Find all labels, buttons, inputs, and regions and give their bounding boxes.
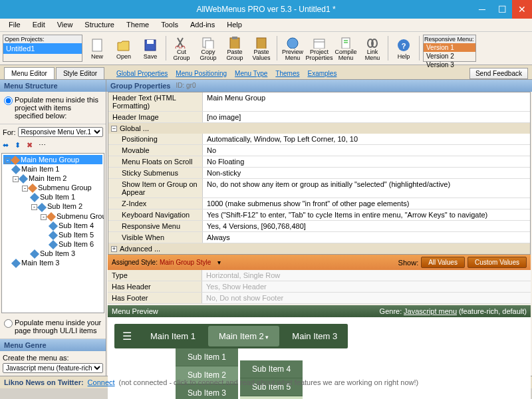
- more-icon[interactable]: ⋯: [39, 141, 48, 150]
- prop-value[interactable]: Always: [203, 232, 530, 243]
- tree-node[interactable]: -Main Menu Group: [3, 155, 102, 164]
- svg-rect-0: [92, 39, 102, 51]
- preview-sub-1[interactable]: Sub Item 1: [176, 348, 238, 366]
- populate-radio-1[interactable]: Populate menu inside this project with i…: [4, 96, 102, 120]
- menu-structure[interactable]: Structure: [78, 19, 120, 31]
- open-button[interactable]: Open: [111, 33, 136, 63]
- collapse-icon[interactable]: −: [111, 126, 117, 132]
- style-dropdown-icon[interactable]: ▾: [217, 259, 221, 266]
- tree-expand-icon[interactable]: -: [5, 158, 11, 164]
- close-button[interactable]: ✕: [512, 0, 532, 19]
- style-value[interactable]: Main Group Style: [160, 259, 211, 266]
- preview-main-3[interactable]: Main Item 3: [281, 326, 348, 346]
- preview-genre-link[interactable]: Javascript menu: [404, 307, 457, 315]
- prop-value[interactable]: Automatically, Window, Top Left Corner, …: [203, 134, 530, 144]
- prop-value[interactable]: No, do not show any item or group as ini…: [203, 179, 530, 198]
- diamond-icon: [11, 259, 21, 268]
- tree-node[interactable]: Sub Item 4: [3, 221, 102, 230]
- tab-style-editor[interactable]: Style Editor: [56, 67, 104, 79]
- compile-button[interactable]: Compile Menu: [333, 33, 358, 63]
- for-select[interactable]: Responsive Menu Ver.1: [18, 127, 103, 137]
- tree-expand-icon[interactable]: -: [13, 176, 19, 182]
- all-values-button[interactable]: All Values: [421, 257, 465, 268]
- preview-main-1[interactable]: Main Item 1: [140, 326, 206, 346]
- tree-expand-icon[interactable]: -: [22, 186, 28, 192]
- news-text: (not connected - click to connect and re…: [119, 378, 419, 386]
- prop-value[interactable]: Main Menu Group: [203, 92, 530, 111]
- send-feedback-button[interactable]: Send Feedback: [469, 68, 528, 79]
- responsive-version-1[interactable]: Version 1: [424, 43, 475, 52]
- preview-button[interactable]: Preview Menu: [280, 33, 305, 63]
- cut-button[interactable]: Cut Group: [169, 33, 194, 63]
- link-menu-positioning[interactable]: Menu Positioning: [172, 68, 231, 79]
- menu-theme[interactable]: Theme: [120, 19, 155, 31]
- link-menu-type[interactable]: Menu Type: [231, 68, 271, 79]
- menu-help[interactable]: Help: [221, 19, 248, 31]
- tree-node[interactable]: -Submenu Group+: [3, 211, 102, 221]
- responsive-version-2[interactable]: Version 2: [424, 52, 475, 61]
- maximize-button[interactable]: ☐: [492, 0, 512, 19]
- save-button[interactable]: Save: [138, 33, 163, 63]
- preview-sub-3[interactable]: Sub Item 3: [176, 384, 238, 399]
- minimize-button[interactable]: ─: [472, 0, 492, 19]
- responsive-menu-label: Responsive Menu:: [424, 35, 475, 43]
- tree-expand-icon[interactable]: -: [41, 214, 47, 220]
- prop-value[interactable]: [no image]: [203, 112, 530, 122]
- tree-node[interactable]: -Sub Item 2: [3, 201, 102, 211]
- preview-sub-4[interactable]: Sub Item 4: [240, 360, 303, 378]
- project-properties-button[interactable]: Project Properties: [307, 33, 332, 63]
- link-themes[interactable]: Themes: [271, 68, 303, 79]
- preview-header: Menu Preview Genre: Javascript menu (fea…: [108, 305, 531, 317]
- menu-tools[interactable]: Tools: [155, 19, 184, 31]
- tree-node[interactable]: Sub Item 3: [3, 249, 102, 258]
- menu-addins[interactable]: Add-ins: [184, 19, 221, 31]
- link-examples[interactable]: Examples: [303, 68, 340, 79]
- tree-expand-icon[interactable]: -: [31, 204, 37, 210]
- section-advanced[interactable]: +Advanced ...: [108, 243, 530, 254]
- menu-view[interactable]: View: [51, 19, 79, 31]
- prop-value[interactable]: Yes, 4 Versions, [960,768,480]: [203, 221, 530, 231]
- add-sub-icon[interactable]: ⬍: [15, 141, 24, 150]
- tree-node[interactable]: Sub Item 1: [3, 192, 102, 201]
- menu-edit[interactable]: Edit: [27, 19, 51, 31]
- tree-node[interactable]: Sub Item 5: [3, 230, 102, 239]
- add-item-icon[interactable]: ⬌: [3, 141, 12, 150]
- help-button[interactable]: ?Help: [391, 33, 416, 63]
- link-global-properties[interactable]: Global Properties: [112, 68, 172, 79]
- prop-value[interactable]: No Floating: [203, 156, 530, 167]
- genre-select[interactable]: Javascript menu (feature-rich: [3, 363, 103, 373]
- prop-value[interactable]: Yes ("Shift-F12" to enter, "Tab" to cycl…: [203, 209, 530, 220]
- open-project-item[interactable]: Untitled1: [3, 43, 82, 54]
- expand-icon[interactable]: +: [111, 246, 117, 252]
- prop-value[interactable]: Non-sticky: [203, 168, 530, 178]
- tree-node[interactable]: -Submenu Group: [3, 183, 102, 192]
- svg-text:?: ?: [402, 42, 406, 50]
- menu-file[interactable]: File: [3, 19, 27, 31]
- tree-node[interactable]: Sub Item 6: [3, 239, 102, 249]
- populate-radio-2[interactable]: Populate menu inside your page through U…: [4, 319, 102, 334]
- new-button[interactable]: New: [84, 33, 110, 63]
- link-button[interactable]: Link Menu: [360, 33, 385, 63]
- connect-link[interactable]: Connect: [88, 378, 115, 386]
- custom-values-button[interactable]: Custom Values: [467, 257, 527, 268]
- prop-value[interactable]: No: [203, 145, 530, 156]
- open-projects-label: Open Projects:: [3, 35, 82, 43]
- style-label: Assigned Style:: [112, 259, 158, 266]
- paste-values-button[interactable]: Paste Values: [249, 33, 274, 63]
- section-global[interactable]: −Global ...: [108, 123, 530, 134]
- open-projects-panel: Open Projects: Untitled1: [3, 35, 82, 62]
- tree-node[interactable]: Main Item 3: [3, 258, 102, 267]
- tab-menu-editor[interactable]: Menu Editor: [4, 67, 55, 79]
- paste-button[interactable]: Paste Group: [222, 33, 247, 63]
- group-properties-title: Group Properties: [110, 82, 170, 90]
- tree-node[interactable]: Main Item 1: [3, 164, 102, 174]
- prop-value[interactable]: 1000 (make submenus show "in front" of o…: [203, 198, 530, 209]
- menu-tree[interactable]: -Main Menu GroupMain Item 1-Main Item 2-…: [1, 153, 104, 313]
- preview-sub-6[interactable]: Sub Item 6: [240, 396, 303, 399]
- copy-button[interactable]: Copy Group: [196, 33, 221, 63]
- preview-main-2[interactable]: Main Item 2: [208, 326, 279, 346]
- hamburger-icon[interactable]: ☰: [114, 325, 140, 348]
- tree-node[interactable]: -Main Item 2: [3, 174, 102, 183]
- responsive-version-3[interactable]: Version 3: [424, 61, 475, 69]
- delete-icon[interactable]: ✖: [27, 141, 36, 150]
